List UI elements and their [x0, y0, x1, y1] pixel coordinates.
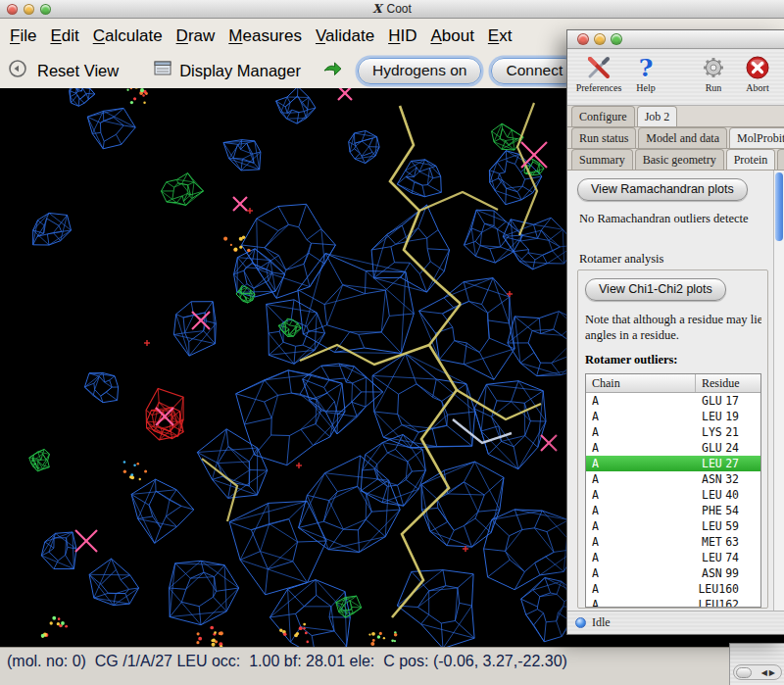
menu-about[interactable]: About: [430, 26, 473, 46]
column-header-chain[interactable]: Chain: [586, 374, 696, 392]
rotamer-note: Note that although a residue may lie ang…: [585, 312, 761, 343]
rotamer-row[interactable]: ALEU162: [586, 597, 760, 608]
tab-molprobit[interactable]: MolProbit: [729, 127, 784, 149]
view-chi-plots-button[interactable]: View Chi1-Chi2 plots: [585, 278, 726, 301]
cell-residue: PHE54: [696, 504, 760, 517]
rotamer-row[interactable]: AGLU17: [586, 393, 760, 409]
rotamer-row[interactable]: ALEU19: [586, 409, 760, 424]
validation-dialog: Preferences ? Help Run: [566, 29, 784, 635]
rotamer-table-header: Chain Residue: [586, 374, 760, 393]
rotamer-row[interactable]: ALYS21: [586, 424, 760, 440]
abort-button[interactable]: Abort: [735, 54, 780, 93]
menu-calculate[interactable]: Calculate: [93, 26, 163, 46]
cell-residue: LEU162: [692, 598, 760, 608]
tab-model-and-data[interactable]: Model and data: [638, 127, 727, 148]
cell-residue: LEU160: [692, 582, 760, 596]
rotamer-section-label: Rotamer analysis: [579, 252, 768, 267]
dialog-status-bar: Idle: [567, 611, 784, 634]
menu-validate[interactable]: Validate: [316, 26, 374, 46]
cell-chain: A: [586, 551, 696, 564]
main-titlebar[interactable]: XCoot: [0, 0, 784, 19]
scroll-left-arrow-icon[interactable]: ◀: [761, 668, 769, 677]
rotamer-row[interactable]: ALEU40: [586, 487, 760, 503]
window-title: XCoot: [0, 2, 784, 16]
display-manager-button[interactable]: Display Manager: [179, 62, 301, 80]
cell-chain: A: [586, 566, 696, 580]
dialog-toolbar: Preferences ? Help Run: [567, 49, 784, 106]
hydrogens-toggle-button[interactable]: Hydrogens on: [358, 58, 482, 84]
tab-c[interactable]: C: [777, 149, 784, 170]
connect-button[interactable]: Connect: [491, 58, 577, 84]
cell-residue: LEU27: [696, 457, 760, 470]
cell-chain: A: [586, 457, 696, 470]
dialog-close-button[interactable]: [577, 33, 589, 45]
gear-icon: [701, 54, 726, 81]
preferences-icon: [586, 54, 612, 81]
status-orb-icon: [575, 617, 586, 628]
cell-chain: A: [586, 519, 696, 533]
reset-view-icon[interactable]: [8, 59, 27, 82]
dialog-zoom-button[interactable]: [611, 33, 622, 45]
go-arrow-icon[interactable]: [322, 61, 342, 80]
help-button[interactable]: ? Help: [626, 54, 665, 93]
help-icon: ?: [639, 54, 654, 81]
rotamer-row[interactable]: ALEU27: [586, 456, 760, 471]
rotamer-row[interactable]: ALEU59: [586, 518, 760, 534]
run-button[interactable]: Run: [692, 54, 735, 93]
cell-residue: LEU74: [696, 551, 760, 564]
cell-chain: A: [586, 504, 696, 517]
view-ramachandran-button[interactable]: View Ramachandran plots: [577, 178, 748, 201]
display-manager-icon[interactable]: [154, 61, 172, 80]
dialog-titlebar[interactable]: [567, 30, 784, 49]
cell-chain: A: [586, 394, 696, 408]
dialog-minimize-button[interactable]: [594, 33, 606, 45]
reset-view-button[interactable]: Reset View: [37, 62, 119, 80]
menu-hid[interactable]: HID: [388, 26, 416, 46]
cell-residue: LEU59: [696, 519, 760, 533]
tab-configure[interactable]: Configure: [571, 106, 635, 126]
cell-chain: A: [586, 488, 696, 502]
rotamer-row[interactable]: AGLU24: [586, 440, 760, 456]
menu-draw[interactable]: Draw: [176, 26, 216, 46]
dialog-scrollbar[interactable]: [773, 171, 784, 611]
cell-residue: ASN32: [696, 472, 760, 486]
tab-protein[interactable]: Protein: [726, 149, 776, 171]
menu-measures[interactable]: Measures: [228, 26, 302, 46]
corner-scroll-panel: ◀▶: [729, 643, 784, 685]
rotamer-table-body: AGLU17ALEU19ALYS21AGLU24ALEU27AASN32ALEU…: [586, 393, 760, 608]
rotamer-row[interactable]: AASN32: [586, 471, 760, 487]
horizontal-scrollbar[interactable]: ◀▶: [733, 664, 782, 680]
column-header-residue[interactable]: Residue: [696, 374, 760, 392]
rotamer-row[interactable]: ALEU74: [586, 550, 760, 565]
menu-edit[interactable]: Edit: [50, 26, 78, 46]
rotamer-row[interactable]: ALEU160: [586, 581, 760, 597]
cell-residue: LYS21: [696, 425, 760, 439]
rotamer-row[interactable]: APHE54: [586, 503, 760, 518]
rotamer-table: Chain Residue AGLU17ALEU19ALYS21AGLU24AL…: [585, 373, 761, 609]
tab-basic-geometry[interactable]: Basic geometry: [635, 149, 724, 170]
rotamer-frame: View Chi1-Chi2 plots Note that although …: [577, 269, 768, 609]
atom-status-text: (mol. no: 0) CG /1/A/27 LEU occ: 1.00 bf…: [7, 653, 567, 669]
cell-chain: A: [586, 425, 696, 439]
rotamer-row[interactable]: AMET63: [586, 534, 760, 550]
menu-ext[interactable]: Ext: [488, 26, 513, 46]
h-scroll-thumb[interactable]: [736, 667, 752, 678]
category-tabs: SummaryBasic geometryProteinC: [567, 149, 784, 171]
v-scroll-thumb[interactable]: [775, 172, 783, 241]
tab-summary[interactable]: Summary: [571, 149, 633, 170]
main-status-bar: (mol. no: 0) CG /1/A/27 LEU occ: 1.00 bf…: [0, 647, 784, 685]
abort-icon: [745, 54, 770, 81]
menu-file[interactable]: File: [10, 26, 36, 46]
ramachandran-message: No Ramachandran outliers detecte: [579, 212, 768, 226]
cell-chain: A: [586, 441, 696, 455]
tab-run-status[interactable]: Run status: [571, 127, 636, 148]
rotamer-row[interactable]: AASN99: [586, 565, 760, 581]
rotamer-outliers-label: Rotamer outliers:: [585, 353, 761, 367]
cell-residue: GLU24: [696, 441, 760, 455]
tab-job-2[interactable]: Job 2: [637, 106, 678, 127]
cell-residue: ASN99: [696, 566, 760, 580]
cell-chain: A: [586, 582, 692, 596]
scroll-right-arrow-icon[interactable]: ▶: [769, 668, 777, 677]
cell-chain: A: [586, 535, 696, 549]
preferences-button[interactable]: Preferences: [571, 54, 626, 93]
